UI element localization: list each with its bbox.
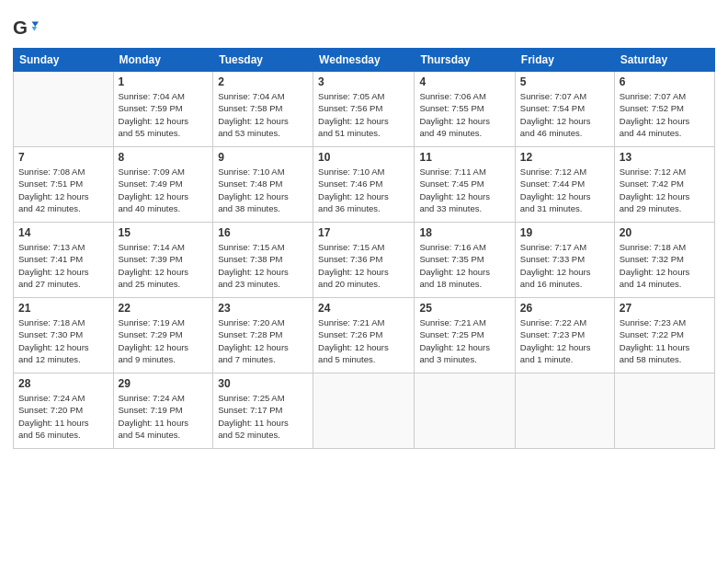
day-number: 3 (318, 75, 409, 88)
day-info: Sunrise: 7:25 AM Sunset: 7:17 PM Dayligh… (218, 392, 308, 441)
svg-marker-1 (32, 21, 39, 27)
calendar-cell: 8Sunrise: 7:09 AM Sunset: 7:49 PM Daylig… (113, 147, 213, 223)
calendar-cell: 4Sunrise: 7:06 AM Sunset: 7:55 PM Daylig… (415, 72, 515, 147)
day-number: 10 (318, 151, 409, 164)
day-number: 25 (419, 302, 509, 315)
week-row-4: 21Sunrise: 7:18 AM Sunset: 7:30 PM Dayli… (14, 298, 715, 373)
week-row-3: 14Sunrise: 7:13 AM Sunset: 7:41 PM Dayli… (14, 223, 715, 298)
day-info: Sunrise: 7:15 AM Sunset: 7:36 PM Dayligh… (318, 241, 409, 290)
calendar-cell: 2Sunrise: 7:04 AM Sunset: 7:58 PM Daylig… (213, 72, 313, 147)
day-number: 30 (218, 377, 308, 390)
day-number: 11 (419, 151, 509, 164)
day-info: Sunrise: 7:24 AM Sunset: 7:20 PM Dayligh… (18, 392, 108, 441)
calendar-cell: 26Sunrise: 7:22 AM Sunset: 7:23 PM Dayli… (515, 298, 614, 373)
logo-icon: G (13, 15, 39, 40)
day-number: 4 (419, 75, 509, 88)
calendar-cell: 17Sunrise: 7:15 AM Sunset: 7:36 PM Dayli… (313, 223, 415, 298)
day-number: 1 (119, 75, 209, 88)
calendar-cell (313, 373, 415, 449)
day-info: Sunrise: 7:11 AM Sunset: 7:45 PM Dayligh… (419, 166, 509, 214)
day-number: 5 (520, 75, 609, 88)
day-info: Sunrise: 7:22 AM Sunset: 7:23 PM Dayligh… (520, 316, 609, 365)
calendar-cell: 16Sunrise: 7:15 AM Sunset: 7:38 PM Dayli… (213, 223, 313, 298)
day-info: Sunrise: 7:14 AM Sunset: 7:39 PM Dayligh… (119, 241, 209, 290)
calendar-cell: 30Sunrise: 7:25 AM Sunset: 7:17 PM Dayli… (213, 373, 313, 449)
day-number: 6 (620, 75, 710, 88)
day-number: 12 (520, 151, 609, 164)
day-number: 21 (18, 302, 108, 315)
day-info: Sunrise: 7:16 AM Sunset: 7:35 PM Dayligh… (419, 241, 509, 290)
calendar-cell: 21Sunrise: 7:18 AM Sunset: 7:30 PM Dayli… (14, 298, 114, 373)
day-info: Sunrise: 7:24 AM Sunset: 7:19 PM Dayligh… (119, 392, 209, 441)
day-info: Sunrise: 7:21 AM Sunset: 7:26 PM Dayligh… (318, 316, 409, 365)
day-info: Sunrise: 7:12 AM Sunset: 7:42 PM Dayligh… (620, 166, 710, 214)
day-info: Sunrise: 7:21 AM Sunset: 7:25 PM Dayligh… (419, 316, 509, 365)
day-info: Sunrise: 7:17 AM Sunset: 7:33 PM Dayligh… (520, 241, 609, 290)
day-number: 15 (119, 226, 209, 239)
calendar-table: SundayMondayTuesdayWednesdayThursdayFrid… (13, 48, 715, 449)
days-header-row: SundayMondayTuesdayWednesdayThursdayFrid… (14, 49, 715, 72)
day-number: 16 (218, 226, 308, 239)
day-number: 17 (318, 226, 409, 239)
day-number: 18 (419, 226, 509, 239)
svg-marker-2 (32, 27, 38, 31)
calendar-cell (415, 373, 515, 449)
day-info: Sunrise: 7:13 AM Sunset: 7:41 PM Dayligh… (18, 241, 108, 290)
calendar-cell: 18Sunrise: 7:16 AM Sunset: 7:35 PM Dayli… (415, 223, 515, 298)
day-number: 2 (218, 75, 308, 88)
day-info: Sunrise: 7:18 AM Sunset: 7:32 PM Dayligh… (620, 241, 710, 290)
calendar-cell (14, 72, 114, 147)
day-info: Sunrise: 7:07 AM Sunset: 7:52 PM Dayligh… (620, 90, 710, 139)
day-info: Sunrise: 7:19 AM Sunset: 7:29 PM Dayligh… (119, 316, 209, 365)
day-info: Sunrise: 7:04 AM Sunset: 7:59 PM Dayligh… (119, 90, 209, 139)
day-number: 28 (18, 377, 108, 390)
header-tuesday: Tuesday (213, 49, 313, 72)
day-info: Sunrise: 7:06 AM Sunset: 7:55 PM Dayligh… (419, 90, 509, 139)
calendar-cell: 13Sunrise: 7:12 AM Sunset: 7:42 PM Dayli… (614, 147, 714, 223)
calendar-cell: 20Sunrise: 7:18 AM Sunset: 7:32 PM Dayli… (614, 223, 714, 298)
calendar-cell: 27Sunrise: 7:23 AM Sunset: 7:22 PM Dayli… (614, 298, 714, 373)
calendar-cell: 15Sunrise: 7:14 AM Sunset: 7:39 PM Dayli… (113, 223, 213, 298)
calendar-cell: 3Sunrise: 7:05 AM Sunset: 7:56 PM Daylig… (313, 72, 415, 147)
day-info: Sunrise: 7:08 AM Sunset: 7:51 PM Dayligh… (18, 166, 108, 214)
day-info: Sunrise: 7:15 AM Sunset: 7:38 PM Dayligh… (218, 241, 308, 290)
calendar-cell: 14Sunrise: 7:13 AM Sunset: 7:41 PM Dayli… (14, 223, 114, 298)
header-wednesday: Wednesday (313, 49, 415, 72)
page-header: G (13, 11, 715, 40)
calendar-cell: 23Sunrise: 7:20 AM Sunset: 7:28 PM Dayli… (213, 298, 313, 373)
day-number: 27 (620, 302, 710, 315)
day-info: Sunrise: 7:10 AM Sunset: 7:46 PM Dayligh… (318, 166, 409, 214)
calendar-cell: 11Sunrise: 7:11 AM Sunset: 7:45 PM Dayli… (415, 147, 515, 223)
calendar-cell: 6Sunrise: 7:07 AM Sunset: 7:52 PM Daylig… (614, 72, 714, 147)
logo: G (13, 15, 40, 40)
day-number: 7 (18, 151, 108, 164)
day-number: 13 (620, 151, 710, 164)
calendar-cell: 25Sunrise: 7:21 AM Sunset: 7:25 PM Dayli… (415, 298, 515, 373)
day-info: Sunrise: 7:20 AM Sunset: 7:28 PM Dayligh… (218, 316, 308, 365)
calendar-cell: 10Sunrise: 7:10 AM Sunset: 7:46 PM Dayli… (313, 147, 415, 223)
day-number: 9 (218, 151, 308, 164)
calendar-cell: 22Sunrise: 7:19 AM Sunset: 7:29 PM Dayli… (113, 298, 213, 373)
day-info: Sunrise: 7:07 AM Sunset: 7:54 PM Dayligh… (520, 90, 609, 139)
calendar-cell: 24Sunrise: 7:21 AM Sunset: 7:26 PM Dayli… (313, 298, 415, 373)
header-monday: Monday (113, 49, 213, 72)
calendar-cell: 7Sunrise: 7:08 AM Sunset: 7:51 PM Daylig… (14, 147, 114, 223)
calendar-cell: 28Sunrise: 7:24 AM Sunset: 7:20 PM Dayli… (14, 373, 114, 449)
day-number: 20 (620, 226, 710, 239)
day-info: Sunrise: 7:09 AM Sunset: 7:49 PM Dayligh… (119, 166, 209, 214)
calendar-cell: 19Sunrise: 7:17 AM Sunset: 7:33 PM Dayli… (515, 223, 614, 298)
day-info: Sunrise: 7:05 AM Sunset: 7:56 PM Dayligh… (318, 90, 409, 139)
calendar-cell (614, 373, 714, 449)
calendar-cell: 29Sunrise: 7:24 AM Sunset: 7:19 PM Dayli… (113, 373, 213, 449)
header-saturday: Saturday (614, 49, 714, 72)
week-row-1: 1Sunrise: 7:04 AM Sunset: 7:59 PM Daylig… (14, 72, 715, 147)
calendar-cell (515, 373, 614, 449)
calendar-cell: 9Sunrise: 7:10 AM Sunset: 7:48 PM Daylig… (213, 147, 313, 223)
svg-text:G: G (13, 17, 28, 38)
header-friday: Friday (515, 49, 614, 72)
day-number: 19 (520, 226, 609, 239)
day-info: Sunrise: 7:23 AM Sunset: 7:22 PM Dayligh… (620, 316, 710, 365)
day-number: 8 (119, 151, 209, 164)
day-info: Sunrise: 7:18 AM Sunset: 7:30 PM Dayligh… (18, 316, 108, 365)
day-number: 22 (119, 302, 209, 315)
